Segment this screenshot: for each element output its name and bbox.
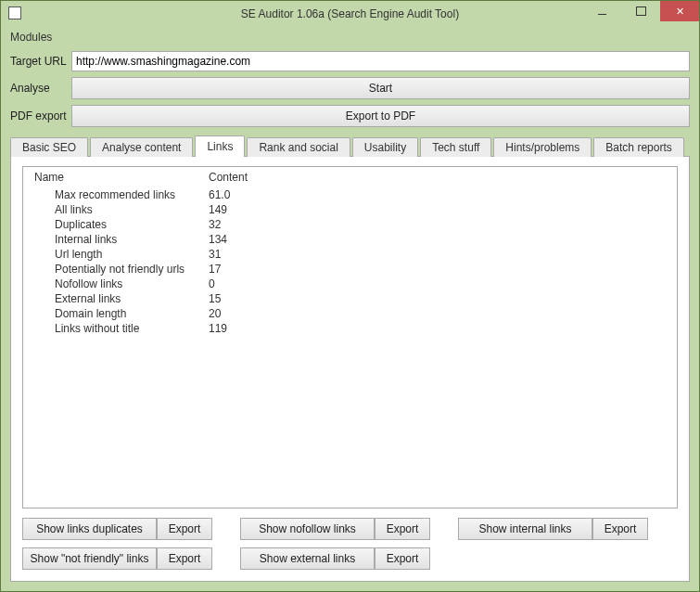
cell-content: 15 xyxy=(209,291,221,306)
analyse-label: Analyse xyxy=(10,82,71,95)
table-row[interactable]: Domain length20 xyxy=(55,306,677,321)
tabs: Basic SEOAnalyse contentLinksRank and so… xyxy=(10,135,690,156)
menu-modules[interactable]: Modules xyxy=(10,31,52,44)
minimize-button[interactable] xyxy=(582,1,621,21)
table-header: Name Content xyxy=(23,167,677,187)
cell-content: 149 xyxy=(209,202,227,217)
table-row[interactable]: Nofollow links0 xyxy=(55,277,677,291)
target-url-label: Target URL xyxy=(10,55,71,68)
cell-content: 134 xyxy=(209,232,227,247)
cell-content: 61.0 xyxy=(209,187,230,202)
export-pdf-button[interactable]: Export to PDF xyxy=(71,105,690,127)
row-pdf-export: PDF export Export to PDF xyxy=(10,105,690,127)
cell-content: 32 xyxy=(209,217,221,232)
export-duplicates-button[interactable]: Export xyxy=(157,518,212,540)
export-internal-button[interactable]: Export xyxy=(592,518,648,540)
cell-name: Max recommended links xyxy=(55,187,209,202)
cell-name: Url length xyxy=(55,247,209,262)
pdf-export-label: PDF export xyxy=(10,109,71,122)
tab-analyse-content[interactable]: Analyse content xyxy=(90,137,193,157)
app-window: SE Auditor 1.06a (Search Engine Audit To… xyxy=(0,0,700,592)
start-button[interactable]: Start xyxy=(71,77,690,99)
show-internal-button[interactable]: Show internal links xyxy=(458,518,592,540)
tab-pane-links: Name Content Max recommended links61.0Al… xyxy=(10,156,690,582)
tab-rank-and-social[interactable]: Rank and social xyxy=(247,137,350,157)
table-row[interactable]: Duplicates32 xyxy=(55,217,677,232)
links-table: Name Content Max recommended links61.0Al… xyxy=(22,166,678,508)
window-controls xyxy=(582,1,699,21)
cell-name: All links xyxy=(55,202,209,217)
export-not-friendly-button[interactable]: Export xyxy=(157,547,212,570)
cell-content: 17 xyxy=(209,262,221,277)
cell-name: Domain length xyxy=(55,306,209,321)
cell-name: Nofollow links xyxy=(55,277,209,291)
table-row[interactable]: Max recommended links61.0 xyxy=(55,187,677,202)
titlebar: SE Auditor 1.06a (Search Engine Audit To… xyxy=(1,1,699,27)
cell-content: 119 xyxy=(209,321,227,336)
show-external-button[interactable]: Show external links xyxy=(240,547,375,570)
table-row[interactable]: Url length31 xyxy=(55,247,677,262)
cell-name: Links without title xyxy=(55,321,209,336)
cell-name: External links xyxy=(55,291,209,306)
maximize-button[interactable] xyxy=(621,1,660,21)
menubar: Modules xyxy=(1,27,699,47)
cell-content: 0 xyxy=(209,277,215,291)
close-button[interactable] xyxy=(660,1,699,21)
column-header-name[interactable]: Name xyxy=(34,171,209,184)
cell-name: Internal links xyxy=(55,232,209,247)
export-nofollow-button[interactable]: Export xyxy=(375,518,430,540)
show-duplicates-button[interactable]: Show links duplicates xyxy=(22,518,157,540)
app-icon xyxy=(8,6,21,19)
export-external-button[interactable]: Export xyxy=(375,547,430,570)
tab-tech-stuff[interactable]: Tech stuff xyxy=(420,137,491,157)
table-row[interactable]: External links15 xyxy=(55,291,677,306)
action-buttons: Show links duplicates Export Show nofoll… xyxy=(22,518,678,570)
tab-usability[interactable]: Usability xyxy=(352,137,418,157)
row-target-url: Target URL xyxy=(10,51,690,71)
tab-hints-problems[interactable]: Hints/problems xyxy=(493,137,592,157)
show-not-friendly-button[interactable]: Show "not friendly" links xyxy=(22,547,157,570)
tab-basic-seo[interactable]: Basic SEO xyxy=(10,137,88,157)
cell-name: Duplicates xyxy=(55,217,209,232)
table-body: Max recommended links61.0All links149Dup… xyxy=(23,187,677,508)
column-header-content[interactable]: Content xyxy=(209,171,248,184)
table-row[interactable]: Links without title119 xyxy=(55,321,677,336)
row-analyse: Analyse Start xyxy=(10,77,690,99)
show-nofollow-button[interactable]: Show nofollow links xyxy=(240,518,375,540)
cell-name: Potentially not friendly urls xyxy=(55,262,209,277)
cell-content: 20 xyxy=(209,306,221,321)
table-row[interactable]: All links149 xyxy=(55,202,677,217)
tab-batch-reports[interactable]: Batch reports xyxy=(593,137,683,157)
tab-links[interactable]: Links xyxy=(195,135,245,157)
target-url-input[interactable] xyxy=(71,51,690,71)
cell-content: 31 xyxy=(209,247,221,262)
content: Target URL Analyse Start PDF export Expo… xyxy=(1,47,699,591)
table-row[interactable]: Internal links134 xyxy=(55,232,677,247)
table-row[interactable]: Potentially not friendly urls17 xyxy=(55,262,677,277)
